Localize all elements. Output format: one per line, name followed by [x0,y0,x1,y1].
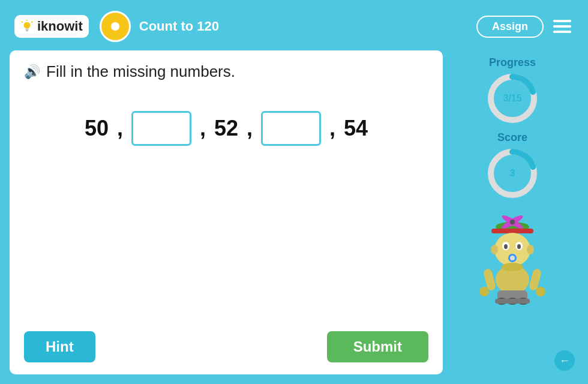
back-button[interactable]: ← [554,350,575,371]
svg-line-5 [22,22,23,23]
svg-rect-15 [491,229,533,233]
progress-label: Progress [489,56,536,69]
progress-section: Progress 3/15 [485,56,539,125]
lesson-icon [100,11,131,42]
left-panel: 🔊 Fill in the missing numbers. 50 , , 52… [10,50,443,374]
svg-rect-2 [26,30,28,31]
logo: iknowit [14,15,89,38]
number-52: 52 [214,116,238,141]
svg-point-30 [536,287,545,296]
header: iknowit Count to 120 Assign [6,6,582,47]
svg-rect-35 [495,299,530,304]
back-icon: ← [559,355,570,367]
header-right: Assign [476,16,574,38]
svg-point-23 [491,245,498,254]
menu-button[interactable] [551,17,574,35]
comma-4: , [329,116,335,141]
bottom-buttons: Hint Submit [24,325,428,362]
score-label: Score [497,131,527,144]
hamburger-line-2 [553,25,571,28]
score-value: 3 [510,168,515,179]
comma-1: , [117,116,123,141]
comma-3: , [247,116,253,141]
svg-rect-1 [25,29,29,31]
svg-point-14 [510,220,515,224]
number-54: 54 [344,116,368,141]
robot-mascot [473,209,551,305]
right-panel: Progress 3/15 Score [446,50,578,374]
submit-button[interactable]: Submit [327,331,428,362]
svg-point-28 [479,287,489,296]
input-1[interactable] [131,111,191,146]
lesson-icon-dot [111,22,119,31]
svg-point-26 [502,263,523,271]
progress-donut: 3/15 [485,71,539,125]
svg-point-0 [24,22,31,29]
svg-point-22 [510,256,515,260]
progress-value: 3/15 [503,93,521,104]
question-header: 🔊 Fill in the missing numbers. [24,62,428,81]
comma-2: , [200,116,206,141]
logo-text: iknowit [37,19,83,34]
svg-line-4 [31,22,32,23]
question-text: Fill in the missing numbers. [46,62,235,81]
svg-point-20 [517,244,521,249]
svg-point-19 [504,244,508,249]
main-content: 🔊 Fill in the missing numbers. 50 , , 52… [6,47,582,378]
svg-point-24 [527,245,534,254]
number-50: 50 [85,116,109,141]
number-row: 50 , , 52 , , 54 [24,111,428,146]
bulb-icon [20,20,34,33]
input-2[interactable] [261,111,321,146]
lesson-title: Count to 120 [139,19,219,34]
robot-svg [473,209,551,311]
assign-button[interactable]: Assign [476,16,544,38]
hamburger-line-3 [553,31,571,33]
hamburger-line-1 [553,20,571,22]
score-donut: 3 [485,146,539,200]
hint-button[interactable]: Hint [24,331,95,362]
sound-icon[interactable]: 🔊 [24,64,40,80]
score-section: Score 3 [485,131,539,200]
